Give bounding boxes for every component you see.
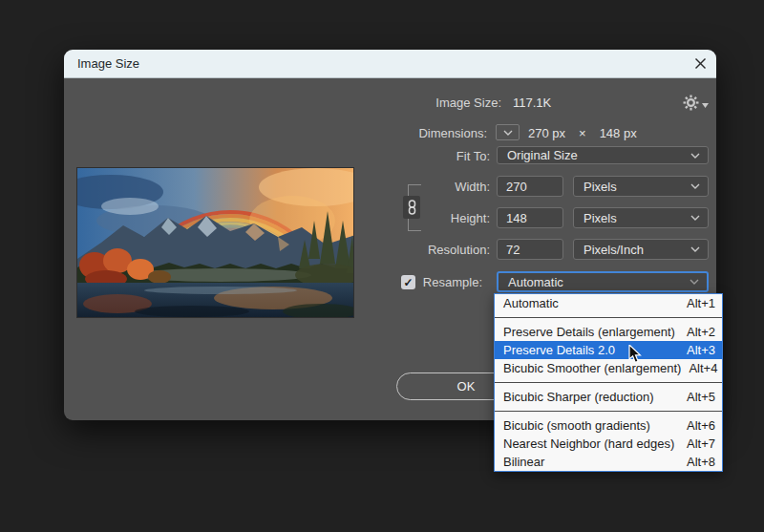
close-icon bbox=[694, 57, 707, 70]
dimensions-width: 270 px bbox=[528, 126, 565, 140]
resample-menu-item[interactable]: Bicubic Sharper (reduction)Alt+5 bbox=[495, 388, 722, 406]
resample-select[interactable]: Automatic bbox=[497, 271, 709, 292]
resample-menu-item[interactable]: AutomaticAlt+1 bbox=[495, 294, 722, 312]
landscape-thumbnail bbox=[77, 168, 354, 318]
screen: Image Size bbox=[0, 0, 764, 532]
fit-to-select[interactable]: Original Size bbox=[497, 146, 709, 164]
gear-menu-button[interactable] bbox=[683, 93, 711, 112]
dialog-titlebar[interactable]: Image Size bbox=[64, 50, 716, 78]
resample-menu-item[interactable]: Nearest Neighbor (hard edges)Alt+7 bbox=[495, 435, 722, 453]
menu-item-label: Bicubic (smooth gradients) bbox=[503, 418, 650, 433]
dimensions-unit-button[interactable] bbox=[496, 124, 520, 140]
gear-icon bbox=[683, 95, 699, 111]
fit-to-label: Fit To: bbox=[366, 149, 490, 163]
chevron-down-icon bbox=[690, 183, 700, 189]
menu-item-label: Preserve Details (enlargement) bbox=[503, 325, 675, 339]
width-unit-value: Pixels bbox=[584, 180, 617, 194]
menu-item-shortcut: Alt+7 bbox=[687, 436, 715, 451]
menu-item-label: Bicubic Smoother (enlargement) bbox=[503, 361, 681, 375]
menu-item-shortcut: Alt+8 bbox=[687, 455, 715, 469]
chevron-down-icon bbox=[690, 279, 699, 285]
dimensions-label: Dimensions: bbox=[363, 126, 487, 140]
resample-value: Automatic bbox=[508, 275, 563, 289]
menu-item-shortcut: Alt+6 bbox=[687, 418, 715, 433]
resample-menu-item[interactable]: Bicubic (smooth gradients)Alt+6 bbox=[495, 416, 722, 435]
chevron-down-icon bbox=[690, 153, 700, 159]
mouse-cursor bbox=[628, 345, 642, 364]
menu-item-label: Bilinear bbox=[503, 455, 544, 469]
menu-item-label: Preserve Details 2.0 bbox=[503, 343, 615, 357]
height-unit-select[interactable]: Pixels bbox=[573, 207, 709, 228]
resample-menu-item[interactable]: Bicubic Smoother (enlargement)Alt+4 bbox=[495, 359, 722, 377]
height-unit-value: Pixels bbox=[584, 211, 617, 225]
width-label: Width: bbox=[366, 180, 490, 194]
resolution-input[interactable] bbox=[497, 239, 563, 260]
fit-to-value: Original Size bbox=[507, 148, 578, 162]
resolution-unit-value: Pixels/Inch bbox=[584, 243, 644, 257]
menu-item-label: Nearest Neighbor (hard edges) bbox=[503, 436, 674, 451]
resample-menu-item[interactable]: Preserve Details 2.0Alt+3 bbox=[495, 341, 722, 359]
dimensions-times: × bbox=[579, 126, 586, 140]
chevron-down-icon bbox=[690, 246, 700, 252]
dimensions-value: 270 px × 148 px bbox=[528, 126, 637, 140]
close-button[interactable] bbox=[684, 50, 716, 78]
menu-item-label: Bicubic Sharper (reduction) bbox=[503, 390, 654, 404]
resample-menu-item[interactable]: Preserve Details (enlargement)Alt+2 bbox=[495, 323, 722, 341]
height-label: Height: bbox=[366, 211, 490, 225]
height-input[interactable] bbox=[497, 207, 563, 228]
menu-item-shortcut: Alt+3 bbox=[687, 343, 715, 357]
menu-item-shortcut: Alt+5 bbox=[687, 390, 715, 404]
resolution-label: Resolution: bbox=[366, 243, 490, 257]
menu-separator bbox=[495, 377, 722, 388]
resample-menu: AutomaticAlt+1Preserve Details (enlargem… bbox=[494, 293, 723, 472]
width-unit-select[interactable]: Pixels bbox=[573, 176, 709, 197]
menu-separator bbox=[495, 406, 722, 416]
width-input[interactable] bbox=[497, 176, 563, 197]
chevron-down-icon bbox=[503, 130, 513, 136]
resolution-unit-select[interactable]: Pixels/Inch bbox=[573, 239, 709, 260]
ok-button-label: OK bbox=[457, 379, 476, 394]
menu-item-shortcut: Alt+4 bbox=[689, 361, 717, 375]
image-size-label: Image Size: bbox=[377, 96, 501, 110]
resample-label: Resample: bbox=[366, 275, 482, 289]
menu-separator bbox=[495, 312, 722, 323]
dialog-title: Image Size bbox=[64, 56, 139, 71]
menu-item-label: Automatic bbox=[503, 296, 559, 310]
menu-item-shortcut: Alt+1 bbox=[687, 296, 715, 310]
resample-menu-item[interactable]: BilinearAlt+8 bbox=[495, 453, 722, 471]
gear-caret-icon bbox=[702, 103, 709, 108]
chevron-down-icon bbox=[690, 215, 700, 221]
menu-item-shortcut: Alt+2 bbox=[687, 325, 715, 339]
dimensions-height: 148 px bbox=[600, 126, 637, 140]
image-preview bbox=[76, 167, 354, 318]
image-size-value: 117.1K bbox=[513, 96, 551, 110]
